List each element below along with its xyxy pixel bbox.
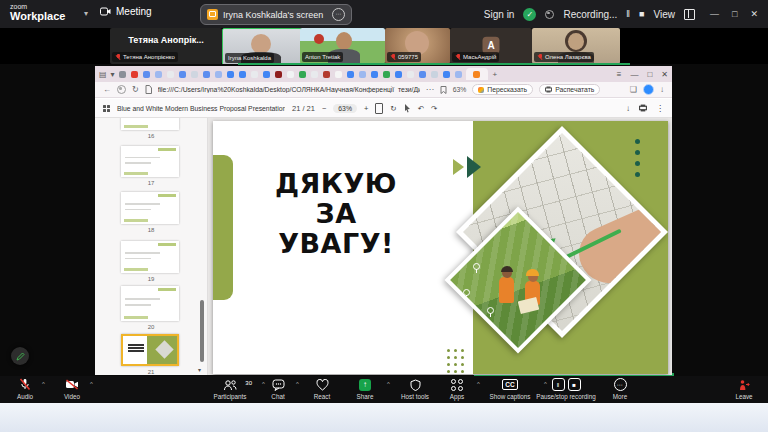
browser-tab[interactable] bbox=[239, 71, 246, 78]
browser-tab[interactable] bbox=[251, 71, 258, 78]
browser-tab[interactable] bbox=[299, 71, 306, 78]
rotate-icon[interactable]: ↻ bbox=[390, 104, 396, 113]
browser-tab[interactable] bbox=[371, 71, 378, 78]
minimize-button[interactable]: — bbox=[710, 9, 719, 19]
active-browser-tab[interactable] bbox=[466, 68, 488, 80]
browser-tab[interactable] bbox=[287, 71, 294, 78]
more-button[interactable]: ⋯ More bbox=[602, 378, 638, 401]
pause-stop-recording-button[interactable]: ‖■ Pause/stop recording bbox=[522, 378, 610, 401]
print-page-button[interactable]: Распечатать bbox=[539, 84, 600, 95]
browser-tab[interactable] bbox=[347, 71, 354, 78]
video-options-chevron[interactable]: ^ bbox=[90, 381, 93, 387]
view-button[interactable]: View bbox=[654, 9, 676, 20]
browser-tab[interactable] bbox=[275, 71, 282, 78]
url-more-icon[interactable]: ⋯ bbox=[426, 85, 434, 94]
participant-tile-059775[interactable]: 059775 bbox=[385, 28, 450, 64]
page-thumbnail[interactable] bbox=[121, 118, 179, 130]
chat-options-chevron[interactable]: ^ bbox=[296, 381, 299, 387]
browser-tab[interactable] bbox=[155, 71, 162, 78]
close-button[interactable]: ✕ bbox=[750, 9, 758, 19]
browser-tab[interactable] bbox=[227, 71, 234, 78]
participant-tile-mas[interactable]: A МасьАндрій bbox=[450, 28, 532, 64]
audio-options-chevron[interactable]: ^ bbox=[42, 381, 45, 387]
annotate-button[interactable] bbox=[11, 347, 29, 365]
workspace-dropdown-icon[interactable]: ▾ bbox=[84, 9, 88, 18]
browser-tab[interactable] bbox=[383, 71, 390, 78]
page-thumbnail[interactable] bbox=[121, 286, 179, 321]
select-tool-icon[interactable] bbox=[404, 104, 411, 113]
browser-tab[interactable] bbox=[455, 71, 462, 78]
share-options-chevron[interactable]: ^ bbox=[387, 381, 390, 387]
page-thumbnail[interactable] bbox=[121, 192, 179, 224]
view-layout-icon[interactable] bbox=[684, 9, 695, 20]
browser-tab[interactable] bbox=[203, 71, 210, 78]
browser-tab[interactable] bbox=[407, 71, 414, 78]
tab-meeting[interactable]: Meeting bbox=[100, 6, 152, 17]
leave-button[interactable]: Leave bbox=[726, 378, 762, 401]
print-icon[interactable] bbox=[639, 104, 647, 112]
back-button[interactable]: ← bbox=[103, 85, 111, 94]
stop-recording-icon[interactable]: ■ bbox=[639, 9, 644, 19]
pdf-zoom-level[interactable]: 63% bbox=[333, 104, 357, 113]
chat-button[interactable]: Chat bbox=[258, 378, 298, 401]
page-zoom-badge[interactable]: 63% bbox=[453, 86, 467, 93]
tab-list-chevron-icon[interactable]: ▾ bbox=[111, 70, 115, 79]
page-thumbnail[interactable] bbox=[121, 334, 179, 366]
zoom-in-button[interactable]: + bbox=[364, 104, 368, 113]
browser-tab[interactable] bbox=[443, 71, 450, 78]
download-icon[interactable]: ↓ bbox=[626, 104, 630, 113]
participant-tile-anton[interactable]: Anton Tretiak bbox=[300, 28, 385, 64]
participant-tile-iryna[interactable]: Iryna Koshkalda bbox=[222, 28, 302, 66]
browser-tab[interactable] bbox=[119, 71, 126, 78]
pill-more-icon[interactable]: ⋯ bbox=[332, 8, 345, 21]
host-tools-button[interactable]: Host tools bbox=[391, 378, 439, 401]
pdf-more-icon[interactable]: ⋮ bbox=[656, 104, 664, 113]
browser-tab[interactable] bbox=[131, 71, 138, 78]
browser-tab[interactable] bbox=[323, 71, 330, 78]
sign-in-link[interactable]: Sign in bbox=[484, 9, 515, 20]
browser-menu-icon[interactable]: ≡ bbox=[617, 70, 622, 79]
browser-tab[interactable] bbox=[179, 71, 186, 78]
browser-maximize-button[interactable]: □ bbox=[647, 70, 652, 79]
downloads-icon[interactable]: ↓ bbox=[660, 85, 664, 94]
bookmark-icon[interactable] bbox=[440, 86, 447, 94]
browser-minimize-button[interactable]: — bbox=[630, 70, 638, 79]
apps-button[interactable]: Apps bbox=[439, 378, 475, 401]
react-button[interactable]: React bbox=[304, 378, 340, 401]
tab-panel-icon[interactable]: ▤ bbox=[99, 70, 107, 79]
page-thumbnail[interactable] bbox=[121, 146, 179, 177]
maximize-button[interactable]: □ bbox=[732, 9, 737, 19]
browser-tab[interactable] bbox=[263, 71, 270, 78]
browser-tab[interactable] bbox=[143, 71, 150, 78]
browser-tab[interactable] bbox=[311, 71, 318, 78]
retell-button[interactable]: Пересказать bbox=[472, 84, 533, 95]
participants-button[interactable]: Participants 30 bbox=[202, 378, 258, 401]
refresh-button[interactable]: ↻ bbox=[132, 85, 139, 94]
browser-tab[interactable] bbox=[395, 71, 402, 78]
thumbnails-toggle-icon[interactable] bbox=[103, 105, 110, 112]
pause-recording-icon[interactable]: ‖ bbox=[626, 9, 630, 19]
participant-tile-tetiana[interactable]: Тетяна Анопрік... Тетяна Анопрієнко bbox=[110, 28, 222, 64]
participant-tile-olena[interactable]: Олена Лазарєва bbox=[532, 28, 620, 64]
browser-tab[interactable] bbox=[419, 71, 426, 78]
profile-avatar[interactable] bbox=[643, 84, 654, 95]
security-shield-icon[interactable]: ✓ bbox=[523, 8, 536, 21]
page-thumbnail[interactable] bbox=[121, 241, 179, 273]
fit-page-icon[interactable] bbox=[375, 103, 383, 114]
sidebar-scroll-down-icon[interactable]: ▾ bbox=[198, 366, 201, 373]
zoom-out-button[interactable]: − bbox=[322, 104, 326, 113]
browser-tab[interactable] bbox=[431, 71, 438, 78]
audio-button[interactable]: Audio bbox=[5, 378, 45, 401]
browser-close-button[interactable]: ✕ bbox=[661, 70, 668, 79]
browser-tab[interactable] bbox=[215, 71, 222, 78]
sidebar-scrollbar[interactable] bbox=[200, 300, 204, 362]
collections-icon[interactable]: ❏ bbox=[630, 85, 637, 94]
new-tab-button[interactable]: + bbox=[493, 70, 498, 79]
share-button[interactable]: ↑ Share bbox=[345, 378, 385, 401]
address-bar[interactable]: file:///C:/Users/Iryna%20Koshkalda/Deskt… bbox=[158, 86, 420, 93]
protect-icon[interactable] bbox=[117, 85, 126, 94]
shared-screen-pill[interactable]: Iryna Koshkalda's screen ⋯ bbox=[200, 4, 352, 25]
browser-tab[interactable] bbox=[335, 71, 342, 78]
browser-tab[interactable] bbox=[167, 71, 174, 78]
browser-tab[interactable] bbox=[359, 71, 366, 78]
